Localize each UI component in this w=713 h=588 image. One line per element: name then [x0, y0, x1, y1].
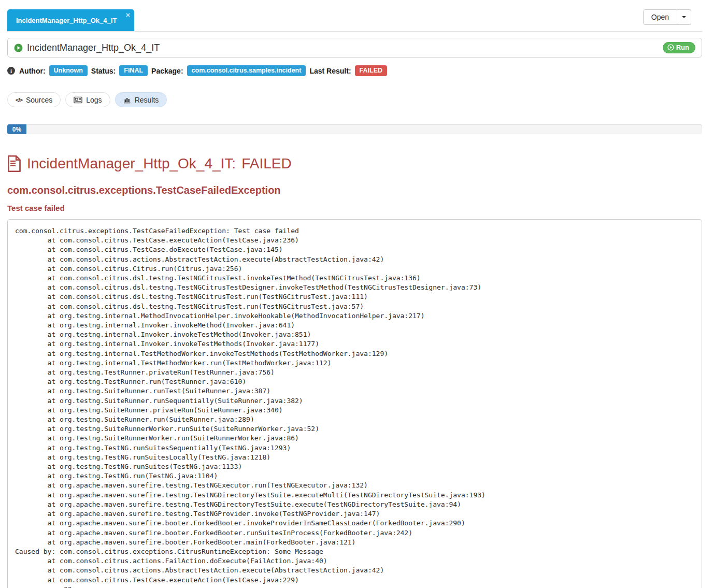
result-heading: IncidentManager_Http_Ok_4_IT: FAILED: [7, 155, 702, 172]
tab-sources[interactable]: </> Sources: [7, 92, 61, 107]
package-badge: com.consol.citrus.samples.incident: [187, 65, 306, 76]
status-badge: FINAL: [119, 65, 148, 76]
test-title: IncidentManager_Http_Ok_4_IT: [27, 42, 663, 53]
logs-icon: [74, 96, 82, 104]
open-button-group: Open: [643, 9, 691, 25]
test-tab[interactable]: IncidentManager_Http_Ok_4_IT ×: [7, 9, 134, 31]
run-button-label: Run: [676, 44, 689, 51]
view-switcher: </> Sources Logs: [7, 92, 702, 107]
tab-bar: IncidentManager_Http_Ok_4_IT × Open: [7, 0, 702, 32]
status-label: Status:: [91, 67, 116, 75]
tab-logs-label: Logs: [86, 96, 102, 104]
close-icon[interactable]: ×: [126, 11, 131, 19]
author-label: Author:: [19, 67, 46, 75]
page: IncidentManager_Http_Ok_4_IT × Open Inci…: [0, 0, 713, 588]
meta-row: i Author: Unknown Status: FINAL Package:…: [7, 65, 702, 76]
document-icon: [7, 155, 21, 172]
result-test-name: IncidentManager_Http_Ok_4_IT:: [27, 155, 236, 172]
play-icon: [667, 44, 674, 51]
test-tab-label: IncidentManager_Http_Ok_4_IT: [16, 17, 117, 24]
progress-value: 0%: [7, 124, 26, 134]
exception-message: Test case failed: [7, 204, 702, 212]
result-status: FAILED: [241, 155, 291, 172]
exception-class: com.consol.citrus.exceptions.TestCaseFai…: [7, 184, 702, 196]
info-icon: i: [7, 67, 15, 75]
package-label: Package:: [151, 67, 183, 75]
play-circle-icon: [14, 44, 23, 52]
tab-results[interactable]: Results: [115, 92, 167, 107]
code-icon: </>: [16, 97, 22, 103]
stacktrace[interactable]: com.consol.citrus.exceptions.TestCaseFai…: [7, 219, 702, 588]
run-button[interactable]: Run: [663, 42, 695, 53]
tab-logs[interactable]: Logs: [65, 92, 110, 107]
tab-sources-label: Sources: [26, 96, 52, 104]
author-badge: Unknown: [49, 65, 88, 76]
chevron-down-icon: [682, 16, 686, 18]
open-dropdown-button[interactable]: [677, 9, 691, 25]
bar-chart-icon: [123, 96, 131, 104]
test-progress-bar: 0%: [7, 124, 702, 134]
test-panel-header: IncidentManager_Http_Ok_4_IT Run: [7, 38, 702, 58]
open-button[interactable]: Open: [643, 9, 677, 25]
last-result-label: Last Result:: [309, 67, 351, 75]
last-result-badge: FAILED: [355, 65, 387, 76]
tab-results-label: Results: [135, 96, 159, 104]
